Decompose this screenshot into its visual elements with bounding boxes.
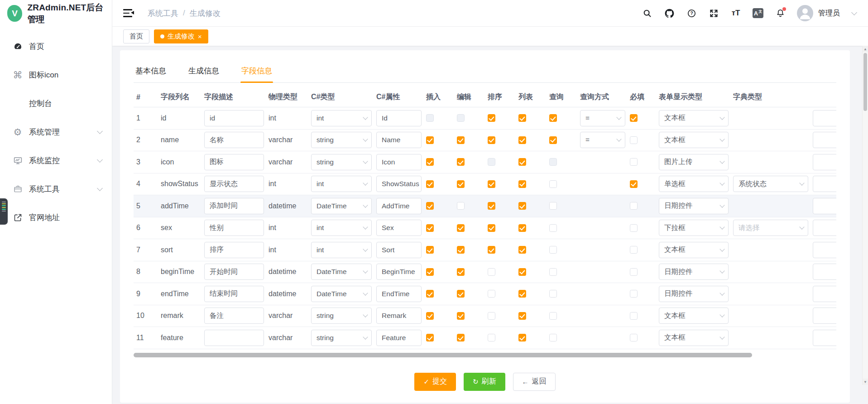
input-field-description[interactable]: 结束时间 xyxy=(204,286,264,302)
select-display-type[interactable]: 文本框 xyxy=(659,132,729,148)
chevron-down-icon[interactable] xyxy=(851,10,857,15)
checkbox-required[interactable] xyxy=(630,312,638,320)
checkbox-edit[interactable] xyxy=(457,136,465,144)
input-field-description[interactable]: 显示状态 xyxy=(204,176,264,192)
select-csharp-type[interactable]: string xyxy=(311,330,372,346)
input-csharp-attribute[interactable]: Name xyxy=(376,132,422,148)
checkbox-edit[interactable] xyxy=(457,224,465,232)
input-extra[interactable] xyxy=(813,132,836,148)
select-display-type[interactable]: 文本框 xyxy=(659,242,729,258)
submit-button[interactable]: ✓ 提交 xyxy=(414,373,456,391)
vertical-scrollbar-thumb[interactable] xyxy=(863,53,867,111)
horizontal-scrollbar[interactable] xyxy=(134,353,836,357)
checkbox-query[interactable] xyxy=(549,268,557,276)
checkbox-query[interactable] xyxy=(549,180,557,188)
checkbox-insert[interactable] xyxy=(426,334,434,341)
checkbox-sort[interactable] xyxy=(488,202,495,210)
checkbox-edit[interactable] xyxy=(457,246,465,254)
horizontal-scrollbar-thumb[interactable] xyxy=(134,353,752,357)
select-csharp-type[interactable]: DateTime xyxy=(311,198,372,214)
tab-1[interactable]: 生成信息 xyxy=(187,60,220,82)
checkbox-query[interactable] xyxy=(549,246,557,254)
checkbox-list[interactable] xyxy=(518,312,526,320)
input-csharp-attribute[interactable]: Sort xyxy=(376,242,422,258)
sidebar-item-monitor[interactable]: 系统监控 xyxy=(0,146,112,175)
checkbox-required[interactable] xyxy=(630,158,638,166)
input-extra[interactable] xyxy=(813,220,836,236)
checkbox-list[interactable] xyxy=(518,136,526,144)
checkbox-sort[interactable] xyxy=(488,268,495,276)
checkbox-sort[interactable] xyxy=(488,136,495,144)
select-query-type[interactable]: = xyxy=(580,132,625,148)
checkbox-edit[interactable] xyxy=(457,268,465,276)
sidebar-item-icons[interactable]: ⌘图标icon xyxy=(0,61,112,89)
checkbox-list[interactable] xyxy=(518,334,526,341)
sidebar-item-website[interactable]: 官网地址 xyxy=(0,203,112,232)
checkbox-sort[interactable] xyxy=(488,180,495,188)
checkbox-sort[interactable] xyxy=(488,290,495,298)
search-icon[interactable] xyxy=(642,8,652,19)
refresh-button[interactable]: ↻ 刷新 xyxy=(464,373,505,391)
user-name[interactable]: 管理员 xyxy=(818,9,840,18)
checkbox-list[interactable] xyxy=(518,180,526,188)
input-csharp-attribute[interactable]: Feature xyxy=(376,330,422,346)
checkbox-list[interactable] xyxy=(518,202,526,210)
fullscreen-icon[interactable] xyxy=(708,8,719,19)
sidebar-item-console[interactable]: 控制台 xyxy=(0,89,112,118)
input-csharp-attribute[interactable]: Id xyxy=(376,110,422,126)
font-size-icon[interactable]: ᴛT xyxy=(730,8,741,19)
checkbox-required[interactable] xyxy=(630,334,638,341)
input-field-description[interactable]: 备注 xyxy=(204,308,264,324)
select-csharp-type[interactable]: DateTime xyxy=(311,264,372,280)
checkbox-required[interactable] xyxy=(630,136,638,144)
input-extra[interactable] xyxy=(813,110,836,126)
input-extra[interactable] xyxy=(813,286,836,302)
avatar[interactable] xyxy=(797,5,813,21)
checkbox-edit[interactable] xyxy=(457,158,465,166)
select-display-type[interactable]: 日期控件 xyxy=(659,286,729,302)
select-csharp-type[interactable]: string xyxy=(311,308,372,324)
select-csharp-type[interactable]: int xyxy=(311,220,372,236)
checkbox-edit[interactable] xyxy=(457,334,465,341)
input-extra[interactable] xyxy=(813,264,836,280)
vertical-scrollbar[interactable]: ▲ ▼ xyxy=(862,46,868,385)
performance-widget-handle[interactable] xyxy=(0,198,8,225)
select-csharp-type[interactable]: DateTime xyxy=(311,286,372,302)
checkbox-insert[interactable] xyxy=(426,136,434,144)
input-csharp-attribute[interactable]: Sex xyxy=(376,220,422,236)
input-extra[interactable] xyxy=(813,198,836,214)
input-csharp-attribute[interactable]: AddTime xyxy=(376,198,422,214)
bell-icon[interactable] xyxy=(775,8,786,19)
checkbox-query[interactable] xyxy=(549,224,557,232)
checkbox-insert[interactable] xyxy=(426,268,434,276)
select-display-type[interactable]: 下拉框 xyxy=(659,220,729,236)
checkbox-list[interactable] xyxy=(518,224,526,232)
github-icon[interactable] xyxy=(664,8,675,19)
select-dict-type[interactable]: 请选择 xyxy=(733,220,808,236)
input-field-description[interactable]: 开始时间 xyxy=(204,264,264,280)
help-icon[interactable]: ? xyxy=(686,8,697,19)
sidebar-item-tools[interactable]: 系统工具 xyxy=(0,175,112,203)
input-extra[interactable] xyxy=(813,154,836,170)
select-csharp-type[interactable]: string xyxy=(311,132,372,148)
scroll-down-icon[interactable]: ▼ xyxy=(863,379,868,385)
checkbox-insert[interactable] xyxy=(426,290,434,298)
select-csharp-type[interactable]: int xyxy=(311,242,372,258)
input-field-description[interactable]: 添加时间 xyxy=(204,198,264,214)
select-display-type[interactable]: 日期控件 xyxy=(659,264,729,280)
checkbox-query[interactable] xyxy=(549,136,557,144)
select-csharp-type[interactable]: string xyxy=(311,154,372,170)
select-display-type[interactable]: 单选框 xyxy=(659,176,729,192)
checkbox-edit[interactable] xyxy=(457,202,465,210)
checkbox-sort[interactable] xyxy=(488,246,495,254)
tab-2[interactable]: 字段信息 xyxy=(240,60,273,82)
input-field-description[interactable]: id xyxy=(204,110,264,126)
select-display-type[interactable]: 文本框 xyxy=(659,330,729,346)
input-csharp-attribute[interactable]: Remark xyxy=(376,308,422,324)
tab-0[interactable]: 基本信息 xyxy=(134,60,167,82)
checkbox-required[interactable] xyxy=(630,268,638,276)
checkbox-required[interactable] xyxy=(630,290,638,298)
checkbox-insert[interactable] xyxy=(426,224,434,232)
input-extra[interactable] xyxy=(813,176,836,192)
checkbox-query[interactable] xyxy=(549,290,557,298)
